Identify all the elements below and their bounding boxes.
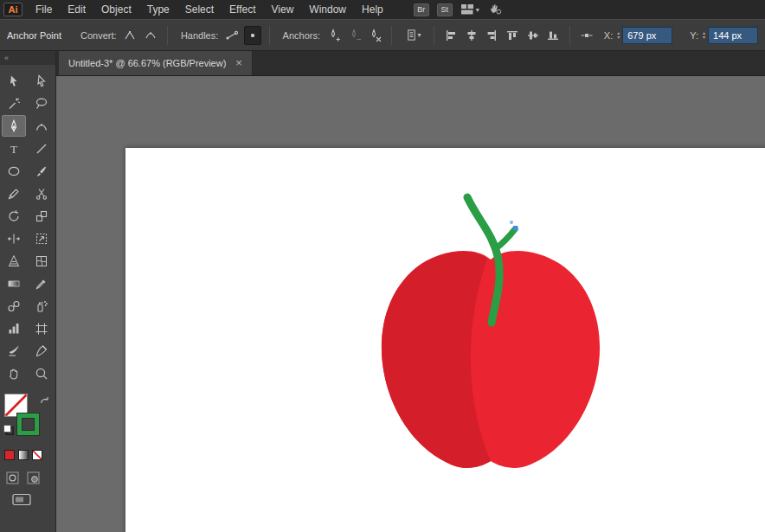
align-top-icon[interactable] [504, 26, 521, 45]
symbol-sprayer-tool[interactable] [29, 295, 54, 317]
document-tab-bar: Untitled-3* @ 66.67% (RGB/Preview) × [56, 50, 765, 76]
draw-normal-icon[interactable] [6, 471, 19, 484]
context-label: Anchor Point [7, 30, 61, 41]
pen-tool[interactable] [2, 115, 26, 137]
align-center-vertical-icon[interactable] [524, 26, 542, 45]
align-left-icon[interactable] [442, 26, 460, 45]
hide-handles-button[interactable] [244, 26, 261, 45]
y-coordinate-group: Y: ▴▾ 144 px [685, 27, 758, 44]
menu-bar: Ai File Edit Object Type Select Effect V… [0, 0, 765, 19]
document-setup-button[interactable]: ▾ [400, 26, 426, 45]
document-tab-title: Untitled-3* @ 66.67% (RGB/Preview) [68, 58, 226, 68]
none-swatch[interactable] [32, 450, 42, 460]
align-center-horizontal-icon[interactable] [463, 26, 480, 45]
color-swatch[interactable] [4, 450, 15, 460]
reference-point-icon[interactable] [578, 26, 595, 45]
workspace-switcher[interactable]: ▾ [460, 3, 479, 16]
curvature-tool[interactable] [29, 115, 54, 137]
cut-path-button[interactable] [366, 26, 383, 45]
convert-to-smooth-button[interactable] [142, 26, 159, 45]
y-label: Y: [690, 30, 698, 41]
separator [391, 26, 392, 45]
convert-label: Convert: [80, 30, 117, 41]
menu-object[interactable]: Object [93, 0, 139, 19]
blend-tool[interactable] [2, 295, 26, 317]
free-transform-tool[interactable] [29, 228, 54, 249]
menu-type[interactable]: Type [139, 0, 177, 19]
default-fill-stroke-icon[interactable] [3, 425, 14, 435]
x-input[interactable]: 679 px [622, 27, 672, 44]
show-handles-button[interactable] [223, 26, 241, 45]
svg-text:T: T [10, 142, 17, 155]
scissors-tool[interactable] [29, 183, 54, 204]
control-bar: Anchor Point Convert: Handles: Anchors: [0, 19, 765, 51]
stock-badge[interactable]: St [437, 3, 453, 16]
align-bottom-icon[interactable] [545, 26, 562, 45]
menu-view[interactable]: View [264, 0, 302, 19]
width-tool[interactable] [2, 228, 26, 249]
align-right-icon[interactable] [484, 26, 501, 45]
menu-effect[interactable]: Effect [222, 0, 263, 19]
screen-mode-button[interactable] [12, 493, 31, 510]
column-graph-tool[interactable] [2, 317, 26, 339]
scale-tool[interactable] [29, 205, 54, 227]
workspace-layout-icon [460, 3, 474, 16]
separator [167, 26, 168, 45]
y-stepper[interactable]: ▴▾ [703, 31, 705, 40]
chevron-down-icon: ▾ [476, 6, 479, 14]
app-logo-icon: Ai [3, 3, 22, 16]
tools-panel: « T [0, 50, 56, 532]
paintbrush-tool[interactable] [29, 160, 54, 182]
illustrator-window: Ai File Edit Object Type Select Effect V… [0, 0, 765, 532]
x-label: X: [604, 30, 613, 41]
artboard-tool[interactable] [29, 317, 54, 339]
remove-anchor-button[interactable] [346, 26, 363, 45]
stroke-color-swatch[interactable] [16, 413, 40, 436]
share-icon[interactable] [487, 1, 502, 18]
x-stepper[interactable]: ▴▾ [617, 31, 620, 40]
tools-panel-header: « [0, 50, 55, 65]
knife-tool[interactable] [29, 340, 54, 362]
rotate-tool[interactable] [2, 205, 26, 227]
gradient-swatch[interactable] [18, 450, 29, 460]
slice-tool[interactable] [2, 340, 26, 362]
menu-edit[interactable]: Edit [60, 0, 93, 19]
tab-close-icon[interactable]: × [235, 56, 242, 69]
y-input[interactable]: 144 px [708, 27, 758, 44]
lasso-tool[interactable] [29, 93, 54, 114]
canvas-area[interactable] [56, 76, 765, 532]
line-segment-tool[interactable] [29, 138, 54, 159]
mesh-tool[interactable] [29, 250, 54, 272]
gradient-tool[interactable] [2, 272, 26, 294]
type-tool[interactable]: T [2, 138, 26, 159]
pencil-tool[interactable] [2, 183, 26, 204]
separator [269, 26, 270, 45]
swap-fill-stroke-icon[interactable] [39, 395, 50, 407]
ellipse-tool[interactable] [2, 160, 26, 182]
zoom-tool[interactable] [29, 362, 54, 384]
document-tab[interactable]: Untitled-3* @ 66.67% (RGB/Preview) × [59, 50, 253, 75]
eyedropper-tool[interactable] [29, 272, 54, 294]
menu-file[interactable]: File [28, 0, 60, 19]
draw-mode-buttons [6, 471, 40, 484]
collapse-panel-icon[interactable]: « [4, 54, 9, 62]
magic-wand-tool[interactable] [2, 93, 26, 114]
change-screen-mode-icon [12, 493, 31, 506]
hand-tool[interactable] [2, 362, 26, 384]
menu-window[interactable]: Window [301, 0, 354, 19]
bridge-badge[interactable]: Br [414, 3, 429, 16]
separator [569, 26, 570, 45]
direct-selection-tool[interactable] [29, 70, 54, 92]
x-coordinate-group: X: ▴▾ 679 px [599, 27, 672, 44]
artboard[interactable] [125, 148, 765, 532]
menu-select[interactable]: Select [177, 0, 222, 19]
color-mode-swatches [4, 450, 42, 460]
menubar-right-cluster: Br St ▾ [414, 1, 502, 18]
menu-help[interactable]: Help [354, 0, 391, 19]
selection-tool[interactable] [2, 70, 26, 92]
perspective-grid-tool[interactable] [2, 250, 26, 272]
convert-to-corner-button[interactable] [122, 26, 139, 45]
add-anchor-button[interactable] [325, 26, 343, 45]
draw-behind-icon[interactable] [27, 471, 40, 484]
tools-grid: T [0, 65, 55, 384]
